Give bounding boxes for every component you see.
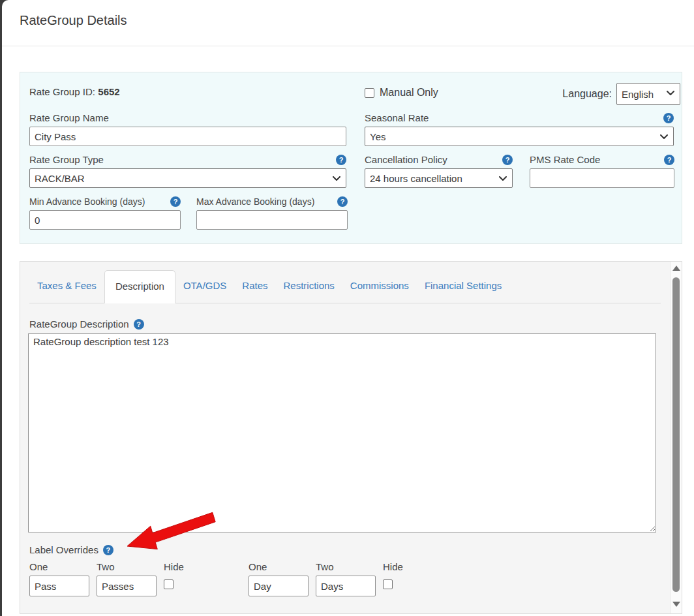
tab-restrictions[interactable]: Restrictions [276, 270, 342, 303]
chevron-down-icon [660, 134, 668, 140]
scroll-up-arrow-icon[interactable] [672, 266, 680, 271]
pms-rate-code-field: PMS Rate Code [530, 153, 674, 188]
language-label: Language: [562, 88, 612, 100]
max-advance-booking-label: Max Advance Booking (days) [196, 196, 314, 207]
tab-ota-gds[interactable]: OTA/GDS [175, 270, 234, 303]
label-override-group-pass: One Two Hide [29, 561, 190, 596]
cancellation-policy-help-icon[interactable] [502, 155, 513, 165]
label-overrides-help-icon[interactable] [103, 545, 113, 555]
cancellation-policy-field: Cancellation Policy 24 hours cancellatio… [365, 153, 513, 188]
tab-taxes-fees[interactable]: Taxes & Fees [29, 270, 104, 303]
page-title: RateGroup Details [20, 13, 127, 28]
scroll-down-arrow-icon[interactable] [672, 602, 680, 607]
cancellation-policy-label: Cancellation Policy [365, 154, 447, 165]
label-overrides-label: Label Overrides [29, 544, 98, 555]
min-advance-booking-help-icon[interactable] [170, 196, 181, 207]
chevron-down-icon [667, 91, 674, 96]
rate-group-type-help-icon[interactable] [336, 155, 346, 165]
tab-description[interactable]: Description [104, 270, 175, 303]
pms-rate-code-help-icon[interactable] [664, 155, 674, 165]
rate-group-summary-panel: Rate Group ID: 5652 Manual Only Language… [20, 72, 682, 244]
override-hide-checkbox[interactable] [383, 579, 393, 589]
rate-group-tabs-panel: Taxes & Fees Description OTA/GDS Rates R… [20, 261, 682, 614]
override-hide-checkbox[interactable] [164, 579, 174, 589]
rate-group-name-field: Rate Group Name [29, 112, 346, 146]
label-overrides-row: Label Overrides [29, 544, 113, 555]
tab-bar: Taxes & Fees Description OTA/GDS Rates R… [29, 270, 661, 303]
cancellation-policy-value: 24 hours cancellation [370, 173, 462, 184]
cancellation-policy-select[interactable]: 24 hours cancellation [365, 168, 513, 188]
chevron-down-icon [499, 176, 507, 181]
rategroup-description-textarea[interactable]: RateGroup description test 123 [28, 333, 656, 532]
rate-group-id-value: 5652 [98, 86, 119, 97]
min-advance-booking-input[interactable] [29, 210, 181, 230]
override-one-label: One [249, 561, 309, 573]
tab-commissions[interactable]: Commissions [342, 270, 417, 303]
manual-only-checkbox[interactable] [365, 88, 374, 98]
rate-group-type-field: Rate Group Type RACK/BAR [29, 153, 346, 188]
manual-only-field: Manual Only [365, 87, 438, 99]
tab-financial-settings[interactable]: Financial Settings [417, 270, 509, 303]
seasonal-rate-field: Seasonal Rate Yes [365, 112, 674, 146]
seasonal-rate-help-icon[interactable] [663, 113, 674, 123]
chevron-down-icon [333, 176, 340, 181]
rate-group-id-label: Rate Group ID: [29, 86, 95, 97]
override-hide-label: Hide [164, 561, 190, 573]
override-one-label: One [29, 561, 89, 573]
min-advance-booking-field: Min Advance Booking (days) [29, 195, 181, 230]
scrollbar-thumb[interactable] [672, 277, 680, 592]
rate-group-id: Rate Group ID: 5652 [29, 86, 120, 98]
language-field: Language: English [562, 83, 680, 105]
rategroup-description-label: RateGroup Description [29, 318, 129, 330]
override-one-input[interactable] [249, 576, 309, 596]
rategroup-description-label-row: RateGroup Description [29, 318, 144, 330]
override-two-input[interactable] [97, 576, 157, 596]
language-select[interactable]: English [616, 83, 680, 105]
seasonal-rate-label: Seasonal Rate [365, 112, 429, 123]
pms-rate-code-input[interactable] [530, 168, 674, 188]
seasonal-rate-value: Yes [370, 131, 385, 142]
rate-group-name-label: Rate Group Name [29, 112, 109, 123]
pms-rate-code-label: PMS Rate Code [530, 154, 600, 165]
max-advance-booking-input[interactable] [196, 210, 348, 230]
override-two-label: Two [316, 561, 376, 573]
rategroup-details-dialog: RateGroup Details Rate Group ID: 5652 Ma… [2, 0, 694, 616]
max-advance-booking-field: Max Advance Booking (days) [196, 195, 348, 230]
override-hide-label: Hide [383, 561, 409, 573]
override-one-input[interactable] [29, 576, 89, 596]
vertical-scrollbar[interactable] [671, 262, 682, 613]
rategroup-description-help-icon[interactable] [134, 319, 144, 330]
override-two-input[interactable] [316, 576, 376, 596]
max-advance-booking-help-icon[interactable] [337, 196, 348, 207]
min-advance-booking-label: Min Advance Booking (days) [29, 196, 145, 207]
label-override-group-day: One Two Hide [249, 561, 409, 596]
rate-group-type-value: RACK/BAR [35, 173, 85, 184]
language-value: English [622, 89, 654, 100]
tab-rates[interactable]: Rates [234, 270, 275, 303]
seasonal-rate-select[interactable]: Yes [365, 127, 674, 146]
manual-only-label: Manual Only [380, 87, 438, 99]
override-two-label: Two [97, 561, 157, 573]
rate-group-type-label: Rate Group Type [29, 154, 104, 165]
title-divider [2, 46, 694, 46]
rate-group-type-select[interactable]: RACK/BAR [29, 168, 346, 188]
rate-group-name-input[interactable] [29, 127, 346, 146]
